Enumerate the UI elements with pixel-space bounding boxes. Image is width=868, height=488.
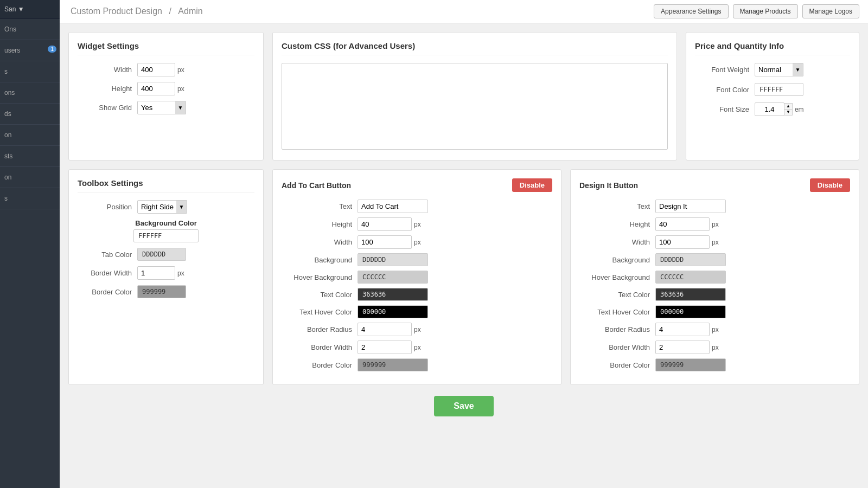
di-border-width-input[interactable] [655, 341, 710, 354]
add-to-cart-disable-button[interactable]: Disable [512, 178, 552, 192]
font-weight-select[interactable]: Normal Bold Lighter [755, 63, 803, 76]
atc-height-input[interactable] [358, 217, 412, 231]
add-to-cart-title: Add To Cart Button [282, 181, 351, 190]
custom-css-title: Custom CSS (for Advanced Users) [282, 41, 668, 55]
di-border-radius-label: Border Radius [579, 325, 655, 333]
widget-width-unit: px [177, 66, 184, 74]
atc-text-hover-color-swatch[interactable]: 000000 [358, 305, 428, 318]
font-color-swatch[interactable]: FFFFFF [755, 83, 803, 96]
di-height-input[interactable] [655, 217, 710, 231]
di-bg-swatch[interactable]: DDDDDD [655, 253, 726, 266]
manage-logos-button[interactable]: Manage Logos [802, 4, 859, 18]
toolbox-tab-color-label: Tab Color [78, 251, 137, 259]
widget-height-input[interactable] [137, 82, 175, 95]
atc-width-row: Width px [282, 235, 552, 249]
toolbox-position-select[interactable]: Right Side Left Side Top Bottom [137, 200, 187, 214]
di-hover-bg-row: Hover Background CCCCCC [579, 271, 850, 284]
atc-text-label: Text [282, 202, 358, 210]
content: Widget Settings Width px Height px Show … [60, 23, 868, 488]
toolbox-border-color-row: Border Color 999999 [78, 285, 254, 298]
atc-border-radius-input[interactable] [358, 323, 412, 336]
main: Custom Product Design / Admin Appearance… [60, 0, 868, 488]
sidebar-item-ons2[interactable]: ons [0, 82, 60, 104]
di-border-radius-unit: px [712, 326, 719, 333]
toolbox-tab-color-row: Tab Color DDDDDD [78, 248, 254, 261]
sidebar-item-on2[interactable]: on [0, 167, 60, 188]
toolbox-tab-color-swatch[interactable]: DDDDDD [137, 248, 186, 261]
sidebar-item-on[interactable]: on [0, 125, 60, 146]
toolbox-bg-color-label: Background Color [78, 219, 254, 227]
toolbox-border-width-label: Border Width [78, 269, 137, 277]
price-info-card: Price and Quantity Info Font Weight Norm… [686, 32, 859, 160]
custom-css-textarea[interactable] [282, 63, 668, 150]
sidebar-item-s[interactable]: s [0, 61, 60, 82]
add-to-cart-card: Add To Cart Button Disable Text Height p… [272, 169, 561, 385]
font-size-row: Font Size ▲ ▼ em [695, 102, 850, 116]
di-border-color-label: Border Color [579, 361, 655, 369]
atc-border-color-label: Border Color [282, 361, 358, 369]
sidebar-item-sts[interactable]: sts [0, 146, 60, 167]
font-size-input[interactable] [755, 102, 784, 116]
font-weight-row: Font Weight Normal Bold Lighter ▼ [695, 63, 850, 76]
di-height-row: Height px [579, 217, 850, 231]
toolbox-border-width-input[interactable] [137, 266, 175, 280]
widget-show-grid-select[interactable]: Yes No [137, 101, 186, 114]
widget-show-grid-row: Show Grid Yes No ▼ [78, 101, 254, 114]
atc-text-color-row: Text Color 363636 [282, 288, 552, 301]
di-border-width-row: Border Width px [579, 341, 850, 354]
widget-height-row: Height px [78, 82, 254, 95]
atc-height-label: Height [282, 220, 358, 228]
sidebar-item-s2[interactable]: s [0, 188, 60, 209]
atc-border-width-input[interactable] [358, 341, 412, 354]
font-color-label: Font Color [695, 86, 755, 94]
toolbox-border-color-swatch[interactable]: 999999 [137, 285, 186, 298]
di-border-color-swatch[interactable]: 999999 [655, 358, 726, 371]
atc-border-color-row: Border Color 999999 [282, 358, 552, 371]
atc-border-radius-unit: px [414, 326, 421, 333]
widget-width-label: Width [78, 66, 137, 74]
atc-bg-swatch[interactable]: DDDDDD [358, 253, 428, 266]
atc-text-color-swatch[interactable]: 363636 [358, 288, 428, 301]
toolbox-bg-color-swatch[interactable]: FFFFFF [133, 229, 199, 242]
atc-text-input[interactable] [358, 200, 428, 213]
manage-products-button[interactable]: Manage Products [733, 4, 798, 18]
di-width-input[interactable] [655, 235, 710, 249]
di-border-radius-input[interactable] [655, 323, 710, 336]
widget-settings-card: Widget Settings Width px Height px Show … [68, 32, 264, 160]
atc-border-width-unit: px [414, 344, 421, 351]
di-hover-bg-label: Hover Background [579, 273, 655, 281]
atc-text-hover-color-row: Text Hover Color 000000 [282, 305, 552, 318]
appearance-settings-button[interactable]: Appearance Settings [654, 4, 728, 18]
di-hover-bg-swatch[interactable]: CCCCCC [655, 271, 726, 284]
di-border-color-row: Border Color 999999 [579, 358, 850, 371]
di-text-hover-color-label: Text Hover Color [579, 308, 655, 316]
widget-show-grid-label: Show Grid [78, 104, 137, 112]
topbar: Custom Product Design / Admin Appearance… [60, 0, 868, 23]
sidebar-item-ons[interactable]: Ons [0, 19, 60, 40]
save-button[interactable]: Save [434, 396, 493, 416]
toolbox-border-width-row: Border Width px [78, 266, 254, 280]
save-wrap: Save [68, 396, 859, 416]
widget-width-input[interactable] [137, 63, 175, 76]
font-size-down-button[interactable]: ▼ [784, 109, 793, 115]
toolbox-border-color-label: Border Color [78, 288, 137, 296]
atc-border-radius-row: Border Radius px [282, 323, 552, 336]
add-to-cart-header: Add To Cart Button Disable [282, 178, 552, 192]
widget-width-row: Width px [78, 63, 254, 76]
di-text-hover-color-row: Text Hover Color 000000 [579, 305, 850, 318]
atc-text-color-label: Text Color [282, 291, 358, 299]
atc-width-input[interactable] [358, 235, 412, 249]
di-width-row: Width px [579, 235, 850, 249]
atc-border-color-swatch[interactable]: 999999 [358, 358, 428, 371]
atc-hover-bg-swatch[interactable]: CCCCCC [358, 271, 428, 284]
di-text-input[interactable] [655, 200, 726, 213]
sidebar-header[interactable]: San ▼ [0, 0, 60, 19]
sidebar-item-users[interactable]: users 1 [0, 40, 60, 61]
di-text-color-swatch[interactable]: 363636 [655, 288, 726, 301]
sidebar-item-ds[interactable]: ds [0, 104, 60, 125]
di-text-hover-color-swatch[interactable]: 000000 [655, 305, 726, 318]
toolbox-settings-card: Toolbox Settings Position Right Side Lef… [68, 169, 264, 385]
font-size-unit: em [795, 106, 804, 113]
design-it-disable-button[interactable]: Disable [810, 178, 850, 192]
font-size-up-button[interactable]: ▲ [784, 103, 793, 109]
